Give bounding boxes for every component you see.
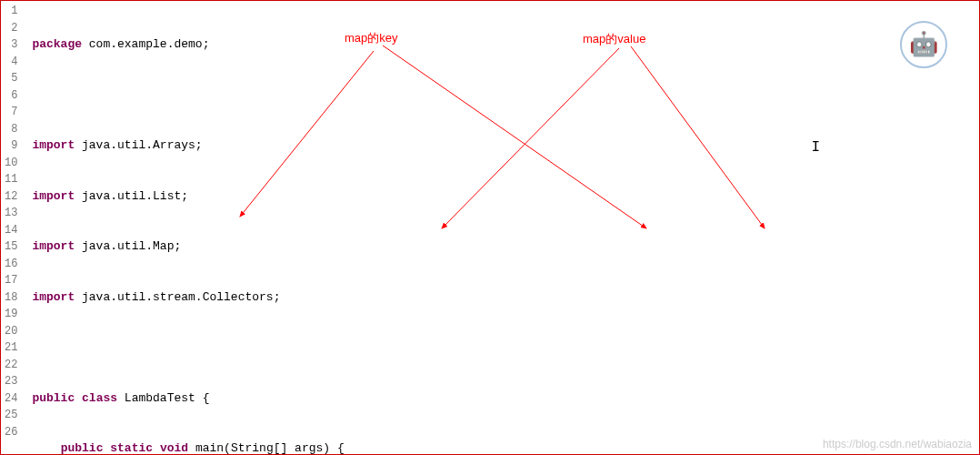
line-number: 13 bbox=[5, 205, 17, 222]
line-number: 15 bbox=[5, 238, 17, 256]
avatar-icon: 🤖 bbox=[909, 30, 938, 59]
line-number: 4 bbox=[5, 54, 17, 71]
line-number: 16 bbox=[5, 256, 17, 273]
code-line[interactable]: public class LambdaTest { bbox=[32, 390, 979, 408]
line-number: 5 bbox=[5, 70, 17, 87]
line-number: 7 bbox=[5, 104, 17, 121]
code-line[interactable]: import java.util.List; bbox=[32, 188, 979, 206]
code-editor[interactable]: 1 2 3 4 5 6 7 8 9 10 11 12 13 14 15 16 1… bbox=[1, 1, 979, 454]
line-number: 24 bbox=[5, 390, 17, 408]
line-number: 25 bbox=[5, 407, 17, 424]
line-number: 2 bbox=[5, 20, 17, 37]
line-number: 23 bbox=[5, 373, 17, 390]
code-line[interactable]: import java.util.Arrays; bbox=[32, 137, 979, 155]
code-line[interactable]: package com.example.demo; bbox=[32, 36, 979, 54]
code-line[interactable] bbox=[32, 87, 979, 105]
line-number: 26 bbox=[5, 424, 17, 441]
line-number: 10 bbox=[5, 155, 17, 172]
line-number: 8 bbox=[5, 121, 17, 138]
code-line[interactable]: import java.util.Map; bbox=[32, 238, 979, 256]
line-number-gutter: 1 2 3 4 5 6 7 8 9 10 11 12 13 14 15 16 1… bbox=[1, 1, 23, 454]
line-number: 14 bbox=[5, 222, 17, 239]
line-number: 12 bbox=[5, 188, 17, 206]
mouse-ibeam-icon: I bbox=[811, 139, 820, 157]
line-number: 9 bbox=[5, 137, 17, 155]
line-number: 20 bbox=[5, 323, 17, 340]
code-line[interactable] bbox=[32, 339, 979, 357]
line-number: 1 bbox=[5, 3, 17, 20]
avatar: 🤖 bbox=[900, 21, 947, 68]
line-number: 18 bbox=[5, 289, 17, 307]
line-number: 22 bbox=[5, 357, 17, 374]
watermark: https://blog.csdn.net/wabiaozia bbox=[823, 438, 972, 450]
line-number: 21 bbox=[5, 339, 17, 357]
line-number: 19 bbox=[5, 306, 17, 323]
line-number: 11 bbox=[5, 171, 17, 188]
code-area[interactable]: package com.example.demo; import java.ut… bbox=[23, 1, 979, 454]
code-line[interactable]: import java.util.stream.Collectors; bbox=[32, 289, 979, 307]
line-number: 3 bbox=[5, 36, 17, 54]
line-number: 17 bbox=[5, 272, 17, 289]
line-number: 6 bbox=[5, 87, 17, 105]
